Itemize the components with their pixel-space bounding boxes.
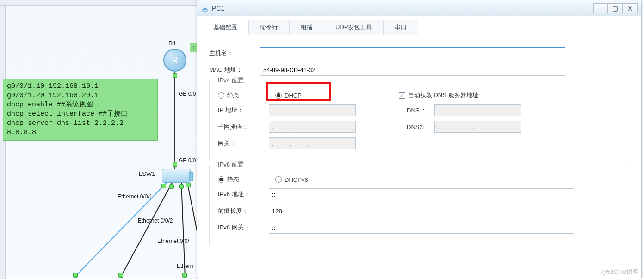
titlebar[interactable]: PC1 — ▢ X <box>197 0 641 16</box>
tab-udp[interactable]: UDP发包工具 <box>324 20 384 35</box>
ipv6-dhcpv6-radio[interactable]: DHCPv6 <box>275 176 308 183</box>
port-dot <box>161 184 166 188</box>
port-eth-4: Ethern <box>177 263 193 269</box>
ipv6-prefix-input[interactable] <box>269 205 323 217</box>
ipv6-gw-input[interactable] <box>269 222 574 234</box>
ipv6-addr-input[interactable] <box>269 188 574 200</box>
tab-mcast[interactable]: 组播 <box>289 20 324 35</box>
mask-label: 子网掩码： <box>218 123 269 131</box>
port-dot <box>118 273 123 278</box>
topology-canvas[interactable]: R1 R 1 GE 0/0 GE 0/0 LSW1 Ethernet 0/0/1… <box>0 0 199 279</box>
port-ge-2: GE 0/0 <box>179 157 196 164</box>
ipv4-legend: IPv4 配置 <box>215 76 247 85</box>
hostname-label: 主机名： <box>209 49 260 57</box>
svg-rect-5 <box>202 10 208 11</box>
config-note[interactable]: g0/0/1.10 192.168.10.1 g0/0/1.20 192.168… <box>3 79 158 141</box>
gw-input[interactable] <box>269 137 356 149</box>
gw-label: 网关： <box>218 139 269 148</box>
switch-icon[interactable] <box>162 169 191 183</box>
watermark: @51CTO博客 <box>601 268 638 276</box>
port-dot <box>173 162 177 167</box>
port-ge-1: GE 0/0 <box>179 91 196 97</box>
port-dot <box>186 183 191 187</box>
minimize-button[interactable]: — <box>593 3 608 13</box>
mac-label: MAC 地址： <box>209 66 260 74</box>
maximize-button[interactable]: ▢ <box>608 3 623 13</box>
port-dot <box>173 73 177 78</box>
basic-panel: 主机名： MAC 地址： IPv4 配置 静态 DHCP ✓自动获取 <box>197 35 641 249</box>
router-icon[interactable]: R <box>163 49 186 72</box>
ipv4-fieldset: IPv4 配置 静态 DHCP ✓自动获取 DNS 服务器地址 IP 地址： <box>209 81 629 161</box>
ipv6-prefix-label: 前缀长度： <box>218 207 269 215</box>
app-icon <box>201 4 209 12</box>
port-dot <box>169 184 174 189</box>
window-controls: — ▢ X <box>593 3 638 13</box>
mask-input[interactable] <box>269 121 356 133</box>
port-eth-1: Ethernet 0/0/1 <box>118 193 152 200</box>
port-dot <box>179 184 184 189</box>
ipv4-static-radio[interactable]: 静态 <box>218 91 239 99</box>
dns2-input[interactable] <box>434 121 521 133</box>
dns1-input[interactable] <box>434 104 521 116</box>
pc1-window: PC1 — ▢ X 基础配置 命令行 组播 UDP发包工具 串口 主机名： MA… <box>197 0 642 279</box>
port-eth-2: Ethernet 0/0/2 <box>138 217 173 224</box>
window-title: PC1 <box>212 5 224 12</box>
port-dot <box>73 273 78 278</box>
tab-basic[interactable]: 基础配置 <box>202 20 249 35</box>
ip-input[interactable] <box>269 104 356 116</box>
close-button[interactable]: X <box>623 3 638 13</box>
router-label: R1 <box>168 40 176 47</box>
ipv4-static-label: 静态 <box>227 91 239 99</box>
auto-dns-label: 自动获取 DNS 服务器地址 <box>408 91 478 99</box>
ipv6-dhcpv6-label: DHCPv6 <box>285 176 308 183</box>
ipv6-addr-label: IPv6 地址： <box>218 190 269 198</box>
ipv4-dhcp-label: DHCP <box>285 92 302 99</box>
tab-cli[interactable]: 命令行 <box>248 20 290 35</box>
tab-bar: 基础配置 命令行 组播 UDP发包工具 串口 <box>202 20 637 35</box>
ipv6-legend: IPv6 配置 <box>215 161 247 169</box>
dns1-label: DNS1: <box>407 107 434 114</box>
dns2-label: DNS2: <box>407 124 434 130</box>
port-eth-3: Ethernet 0/0/ <box>157 238 189 244</box>
ipv6-gw-label: IPv6 网关： <box>218 223 269 232</box>
ip-label: IP 地址： <box>218 106 269 114</box>
app-root: R1 R 1 GE 0/0 GE 0/0 LSW1 Ethernet 0/0/1… <box>0 0 644 279</box>
ipv4-dhcp-radio[interactable]: DHCP <box>275 92 302 99</box>
port-dot <box>182 273 187 278</box>
hostname-input[interactable] <box>260 47 565 59</box>
ipv6-static-label: 静态 <box>227 175 239 184</box>
switch-label: LSW1 <box>139 170 155 177</box>
tab-serial[interactable]: 串口 <box>383 20 418 35</box>
auto-dns-check[interactable]: ✓自动获取 DNS 服务器地址 <box>399 91 478 99</box>
ipv6-fieldset: IPv6 配置 静态 DHCPv6 IPv6 地址： 前缀长度： <box>209 165 629 245</box>
mac-input[interactable] <box>260 64 565 76</box>
ipv6-static-radio[interactable]: 静态 <box>218 175 239 184</box>
